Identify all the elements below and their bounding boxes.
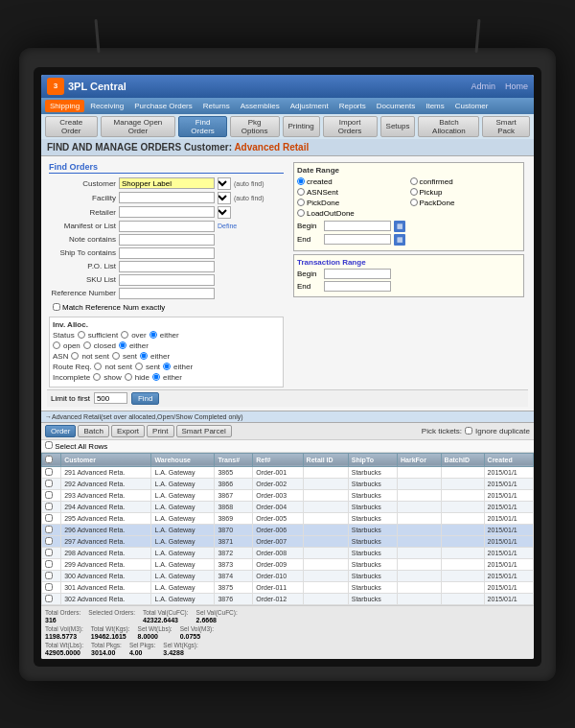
po-input[interactable] — [119, 261, 215, 272]
txn-begin-input[interactable] — [324, 269, 391, 279]
retailer-select[interactable] — [218, 206, 231, 219]
table-row[interactable]: 301 Advanced Reta. L.A. Gateway 3875 Ord… — [42, 581, 534, 593]
status-sufficient[interactable] — [78, 331, 85, 339]
total-val-colfc-value: 42322.6443 — [143, 617, 189, 623]
subnav-po[interactable]: Purchase Orders — [129, 100, 196, 112]
row-checkbox[interactable] — [45, 572, 53, 579]
batch-allocation-button[interactable]: Batch Allocation — [418, 116, 479, 137]
row-checkbox[interactable] — [45, 583, 53, 591]
shipto-input[interactable] — [119, 247, 215, 259]
sku-input[interactable] — [119, 274, 215, 286]
subnav-shipping[interactable]: Shipping — [45, 100, 84, 112]
row-batchid — [441, 547, 484, 558]
print-button[interactable]: Print — [147, 425, 173, 437]
table-row[interactable]: 302 Advanced Reta. L.A. Gateway 3876 Ord… — [42, 593, 534, 604]
subnav-receiving[interactable]: Receiving — [85, 100, 128, 112]
table-row[interactable]: 300 Advanced Reta. L.A. Gateway 3874 Ord… — [42, 570, 534, 581]
pick-tickets-checkbox[interactable] — [465, 427, 472, 434]
order-button[interactable]: Order — [45, 425, 76, 437]
create-order-button[interactable]: Create Order — [45, 116, 98, 137]
date-pickdone-radio[interactable] — [297, 199, 305, 206]
row-checkbox[interactable] — [45, 503, 53, 510]
table-row[interactable]: 298 Advanced Reta. L.A. Gateway 3872 Ord… — [42, 547, 534, 558]
table-row[interactable]: 299 Advanced Reta. L.A. Gateway 3873 Ord… — [42, 558, 534, 570]
txn-end-input[interactable] — [324, 281, 391, 292]
facility-select[interactable] — [218, 192, 231, 204]
date-asnsent-radio[interactable] — [297, 188, 305, 196]
table-row[interactable]: 297 Advanced Reta. L.A. Gateway 3871 Ord… — [42, 535, 534, 547]
row-checkbox[interactable] — [45, 514, 53, 522]
incomplete-hide[interactable] — [125, 373, 132, 381]
smart-parcel-button[interactable]: Smart Parcel — [176, 425, 232, 437]
note-input[interactable] — [119, 234, 215, 246]
import-orders-button[interactable]: Import Orders — [323, 116, 378, 137]
facility-input[interactable] — [119, 192, 215, 203]
date-begin-input[interactable] — [324, 221, 391, 231]
date-confirmed-radio[interactable] — [410, 177, 418, 185]
manage-open-order-button[interactable]: Manage Open Order — [101, 116, 176, 137]
table-row[interactable]: 294 Advanced Reta. L.A. Gateway 3868 Ord… — [42, 501, 534, 512]
row-checkbox[interactable] — [45, 468, 53, 476]
date-end-input[interactable] — [324, 234, 391, 245]
header-checkbox[interactable] — [45, 456, 53, 463]
table-row[interactable]: 291 Advanced Reta. L.A. Gateway 3865 Ord… — [42, 466, 534, 478]
customer-select[interactable] — [218, 177, 231, 190]
status-over[interactable] — [121, 331, 128, 339]
incomplete-either[interactable] — [152, 373, 160, 381]
subnav-documents[interactable]: Documents — [372, 100, 420, 112]
asn-sent[interactable] — [112, 352, 120, 360]
limit-input[interactable] — [94, 392, 127, 404]
asn-either[interactable] — [140, 352, 148, 360]
row-checkbox[interactable] — [45, 537, 53, 545]
table-row[interactable]: 296 Advanced Reta. L.A. Gateway 3870 Ord… — [42, 524, 534, 535]
calendar-end-icon[interactable]: ▦ — [394, 234, 405, 246]
row-checkbox[interactable] — [45, 526, 53, 533]
subnav-items[interactable]: Items — [421, 100, 449, 112]
table-container[interactable]: Customer Warehouse Trans# Ref# Retail ID… — [41, 453, 534, 605]
date-pickup-radio[interactable] — [410, 188, 418, 196]
printing-button[interactable]: Printing — [283, 116, 320, 137]
row-checkbox[interactable] — [45, 560, 53, 568]
status-either[interactable] — [150, 331, 157, 339]
row-checkbox[interactable] — [45, 480, 53, 487]
customer-input[interactable] — [119, 177, 215, 189]
retailer-input[interactable] — [119, 206, 215, 218]
subnav-adjustment[interactable]: Adjustment — [286, 100, 334, 112]
route-sent[interactable] — [135, 363, 143, 370]
setups-button[interactable]: Setups — [380, 116, 416, 137]
route-either[interactable] — [163, 363, 171, 370]
find-orders-button[interactable]: Find Orders — [178, 116, 226, 137]
date-packdone-radio[interactable] — [410, 199, 418, 206]
incomplete-show[interactable] — [93, 373, 101, 381]
manifest-input[interactable] — [119, 221, 215, 232]
nav-home[interactable]: Home — [505, 82, 528, 91]
table-row[interactable]: 292 Advanced Reta. L.A. Gateway 3866 Ord… — [42, 478, 534, 489]
route-notsent[interactable] — [94, 363, 102, 370]
subnav-assemblies[interactable]: Assemblies — [236, 100, 285, 112]
subnav-reports[interactable]: Reports — [334, 100, 371, 112]
export-button[interactable]: Export — [111, 425, 145, 437]
date-loadoutdone-radio[interactable] — [297, 209, 305, 217]
row-checkbox[interactable] — [45, 595, 53, 602]
calendar-begin-icon[interactable]: ▦ — [394, 221, 405, 232]
find-button[interactable]: Find — [131, 392, 160, 405]
match-checkbox[interactable] — [53, 303, 60, 311]
table-row[interactable]: 295 Advanced Reta. L.A. Gateway 3869 Ord… — [42, 512, 534, 524]
asn-notsent[interactable] — [71, 352, 79, 360]
date-created-radio[interactable] — [297, 177, 305, 185]
row-checkbox[interactable] — [45, 491, 53, 499]
smart-pack-button[interactable]: Smart Pack — [482, 116, 530, 137]
subnav-returns[interactable]: Returns — [198, 100, 235, 112]
row-checkbox[interactable] — [45, 549, 53, 556]
manifest-define[interactable]: Define — [218, 223, 237, 229]
either-radio[interactable] — [119, 341, 126, 349]
subnav-customer[interactable]: Customer — [450, 100, 494, 112]
closed-radio[interactable] — [83, 341, 91, 349]
refnum-input[interactable] — [119, 288, 215, 299]
nav-admin[interactable]: Admin — [471, 82, 495, 91]
open-radio[interactable] — [53, 341, 60, 349]
pkg-options-button[interactable]: Pkg Options — [230, 116, 280, 137]
select-all-checkbox[interactable] — [45, 441, 53, 449]
batch-button[interactable]: Batch — [78, 425, 108, 437]
table-row[interactable]: 293 Advanced Reta. L.A. Gateway 3867 Ord… — [42, 489, 534, 501]
